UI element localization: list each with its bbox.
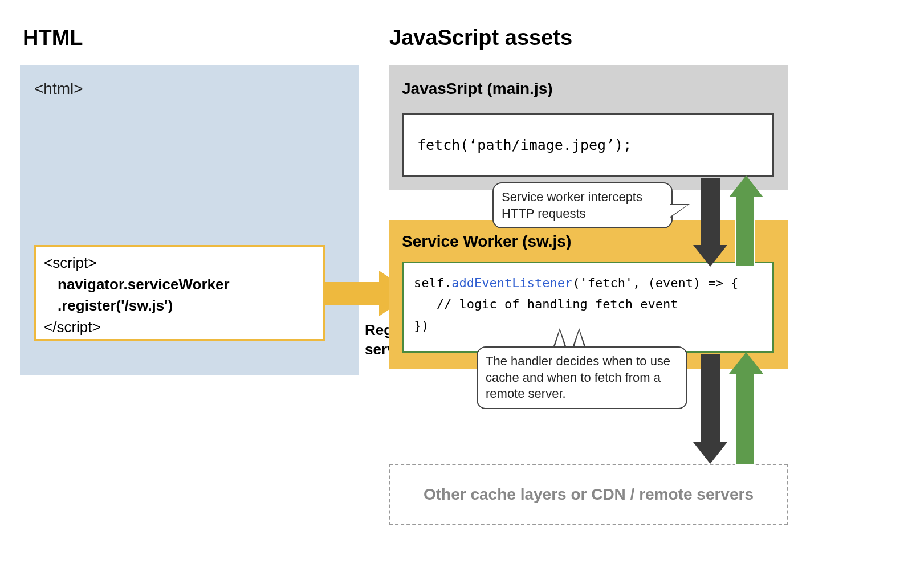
js-section-title: JavaScript assets [389,26,572,50]
arrow-up2-head-icon [729,352,763,374]
sw-code-line2: // logic of handling fetch event [414,297,678,311]
js-main-title: JavasSript (main.js) [402,80,553,98]
script-close-tag: </script> [44,318,101,336]
bubble-intercepts: Service worker intercepts HTTP requests [492,182,673,228]
arrow-down1-shaft-icon [701,178,720,247]
script-open-tag: <script> [44,254,97,271]
sw-code-line1-prefix: self. [414,276,451,290]
arrow-down1-head-icon [693,245,727,267]
html-section-title: HTML [23,26,83,50]
sw-code-box: self.addEventListener('fetch', (event) =… [402,262,774,353]
bubble-handler: The handler decides when to use cache an… [477,346,687,409]
bubble-intercepts-text: Service worker intercepts HTTP requests [502,190,642,220]
diagram-canvas: HTML JavaScript assets <html> <script> n… [0,0,912,588]
fetch-code-box: fetch(‘path/image.jpeg’); [402,113,774,177]
cdn-text: Other cache layers or CDN / remote serve… [424,485,754,504]
sw-code-line3: }) [414,318,429,333]
arrow-up2-shaft-icon [735,371,755,465]
bubble2-tail1-icon [553,328,567,348]
arrow-up1-shaft-icon [735,195,755,267]
sw-panel-title: Service Worker (sw.js) [402,232,571,251]
arrow-down2-head-icon [693,442,727,464]
script-code-line2: .register('/sw.js') [44,297,173,314]
html-tag-text: <html> [34,80,83,98]
script-box: <script> navigator.serviceWorker .regist… [34,245,325,341]
arrow-up1-head-icon [729,175,763,197]
sw-code-line1-suffix: ('fetch', (event) => { [572,276,738,290]
bubble1-tail-icon [670,204,690,218]
sw-code-line1-keyword: addEventListener [451,276,572,290]
arrow-down2-shaft-icon [701,354,720,444]
bubble-handler-text: The handler decides when to use cache an… [486,354,670,401]
fetch-code: fetch(‘path/image.jpeg’); [417,137,632,153]
bubble2-tail2-icon [572,328,586,348]
cdn-box: Other cache layers or CDN / remote serve… [389,464,788,525]
script-code-line1: navigator.serviceWorker [44,276,230,293]
